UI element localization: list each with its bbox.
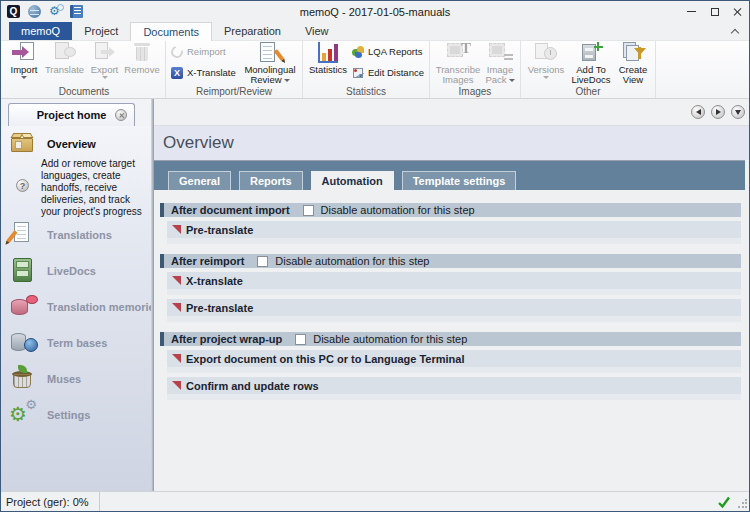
red-flag-icon [172, 276, 181, 285]
ribbon-group-statistics: Statistics LQA Reports Edit Distance Sta… [303, 41, 430, 98]
action-row[interactable]: Confirm and update rows [167, 377, 741, 394]
edit-distance-button[interactable]: Edit Distance [350, 66, 426, 79]
dropdown-caret-icon [102, 76, 108, 79]
disable-automation-checkbox[interactable] [257, 256, 268, 267]
nav-back-button[interactable] [691, 105, 705, 119]
ribbon-group-other: Versions Add To LiveDocs Create View Oth… [521, 41, 656, 98]
group-header: After project wrap-up Disable automation… [160, 332, 741, 346]
settings-tab-bar: General Reports Automation Template sett… [154, 160, 745, 190]
action-row[interactable]: Pre-translate [167, 299, 741, 316]
book-icon[interactable] [70, 5, 83, 18]
automation-group-after-project-wrap-up: After project wrap-up Disable automation… [160, 332, 741, 400]
lqa-reports-button[interactable]: LQA Reports [350, 45, 426, 58]
monolingual-review-icon [257, 42, 283, 64]
window-controls [680, 1, 749, 22]
red-flag-icon [172, 381, 181, 390]
dropdown-caret-icon [509, 79, 515, 82]
tab-reports[interactable]: Reports [239, 171, 303, 190]
create-view-button[interactable]: Create View [614, 41, 652, 86]
globe-icon[interactable] [28, 5, 41, 18]
remove-button[interactable]: Remove [122, 41, 162, 86]
sidebar-item-livedocs[interactable]: LiveDocs [1, 257, 151, 284]
ribbon-tab-project[interactable]: Project [72, 22, 130, 40]
automation-group-after-document-import: After document import Disable automation… [160, 203, 741, 244]
collapse-ribbon-icon[interactable] [732, 28, 739, 35]
versions-button[interactable]: Versions [524, 41, 568, 86]
overview-description: Add or remove target languages, create h… [41, 158, 145, 218]
quick-access-toolbar: Q ⚙ [1, 5, 83, 18]
ribbon-group-reimport-review: Reimport X X-Translate Monolingual Revie… [166, 41, 303, 98]
help-icon[interactable]: ? [16, 179, 29, 192]
minimize-button[interactable] [680, 1, 703, 22]
sidebar-item-settings[interactable]: ⚙⚙ Settings [1, 401, 151, 428]
sidebar-tab-row: Project home [1, 99, 151, 126]
ribbon-tab-memoq[interactable]: memoQ [9, 22, 72, 40]
main-area: Project home Overview ? Add or remove ta… [1, 99, 749, 491]
import-button[interactable]: Import [6, 41, 42, 86]
red-flag-icon [172, 225, 181, 234]
versions-icon [533, 42, 559, 64]
action-row[interactable]: Export document on this PC or to Languag… [167, 350, 741, 367]
ribbon-tab-documents[interactable]: Documents [130, 22, 212, 41]
sidebar-item-muses[interactable]: Muses [1, 365, 151, 392]
ribbon-tab-strip: memoQ Project Documents Preparation View [1, 22, 749, 41]
group-label-reimport-review: Reimport/Review [169, 86, 299, 98]
close-button[interactable] [726, 1, 749, 22]
nav-forward-button[interactable] [711, 105, 725, 119]
reimport-icon [169, 43, 185, 59]
gears-icon[interactable]: ⚙ [49, 5, 62, 18]
close-pane-icon[interactable] [115, 109, 127, 121]
forward-icon [716, 109, 721, 115]
add-to-livedocs-icon [578, 42, 604, 64]
x-translate-button[interactable]: X X-Translate [169, 66, 241, 79]
disable-automation-checkbox[interactable] [303, 205, 314, 216]
sidebar-item-translations[interactable]: Translations [1, 221, 151, 248]
ribbon-tab-preparation[interactable]: Preparation [212, 22, 293, 40]
transcribe-images-button[interactable]: T Transcribe Images [433, 41, 483, 86]
image-pack-button[interactable]: Image Pack [483, 41, 517, 86]
group-label-other: Other [524, 86, 652, 98]
lqa-reports-icon [352, 46, 364, 58]
content-top-strip [154, 99, 749, 126]
red-flag-icon [172, 303, 181, 312]
automation-panel: After document import Disable automation… [154, 190, 749, 491]
ribbon-tab-view[interactable]: View [293, 22, 341, 40]
translate-button[interactable]: Translate [42, 41, 87, 86]
export-button[interactable]: Export [87, 41, 122, 86]
page-title: Overview [154, 126, 749, 160]
nav-menu-button[interactable] [731, 105, 745, 119]
project-home-tab[interactable]: Project home [8, 103, 135, 126]
close-icon [733, 7, 742, 16]
group-header: After reimport Disable automation for th… [160, 254, 741, 268]
sidebar-items: Overview ? Add or remove target language… [1, 126, 151, 437]
chevron-down-icon [735, 110, 741, 115]
group-label-images: Images [433, 86, 517, 98]
statistics-button[interactable]: Statistics [306, 41, 350, 86]
edit-distance-icon [352, 67, 364, 79]
export-icon [92, 42, 118, 64]
tab-automation[interactable]: Automation [311, 171, 394, 190]
term-bases-icon [9, 329, 39, 356]
tab-general[interactable]: General [168, 171, 231, 190]
app-window: Q ⚙ memoQ - 2017-01-05-manuals memoQ Pro… [0, 0, 750, 512]
image-pack-icon [487, 42, 513, 64]
reimport-button[interactable]: Reimport [169, 45, 241, 58]
action-row[interactable]: X-translate [167, 272, 741, 289]
group-header: After document import Disable automation… [160, 203, 741, 217]
group-label-documents: Documents [6, 86, 162, 98]
project-home-label: Project home [37, 109, 107, 121]
maximize-button[interactable] [703, 1, 726, 22]
disable-automation-checkbox[interactable] [295, 334, 306, 345]
x-translate-icon: X [171, 67, 183, 79]
resize-grip[interactable] [737, 499, 747, 509]
sidebar-item-translation-memories[interactable]: Translation memories [1, 293, 151, 320]
monolingual-review-button[interactable]: Monolingual Review [241, 41, 299, 86]
automation-group-after-reimport: After reimport Disable automation for th… [160, 254, 741, 322]
action-row[interactable]: Pre-translate [167, 221, 741, 238]
sidebar-item-overview[interactable]: Overview [1, 130, 151, 157]
statistics-icon [315, 42, 341, 64]
memoq-logo-icon[interactable]: Q [7, 5, 20, 18]
sidebar-item-term-bases[interactable]: Term bases [1, 329, 151, 356]
add-to-livedocs-button[interactable]: Add To LiveDocs [568, 41, 614, 86]
tab-template-settings[interactable]: Template settings [402, 171, 517, 190]
